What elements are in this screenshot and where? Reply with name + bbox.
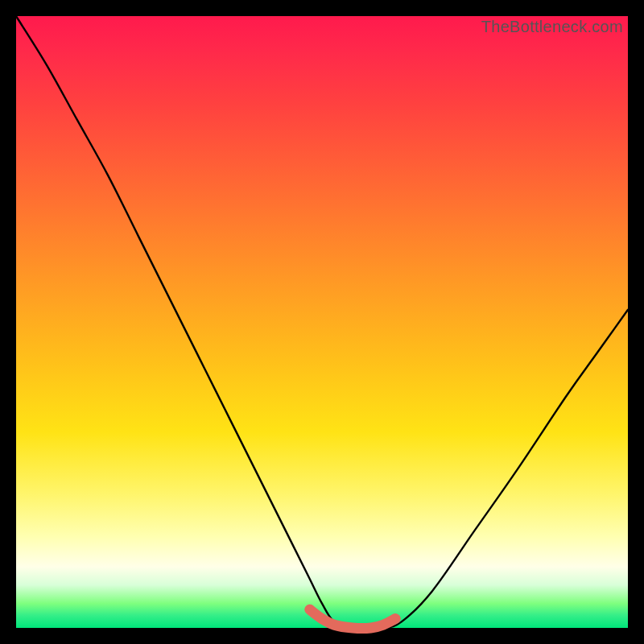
curve-path [16, 16, 628, 629]
chart-frame: TheBottleneck.com [0, 0, 644, 644]
plot-area: TheBottleneck.com [16, 16, 628, 628]
bottleneck-curve [16, 16, 628, 628]
curve-highlight [310, 609, 395, 628]
